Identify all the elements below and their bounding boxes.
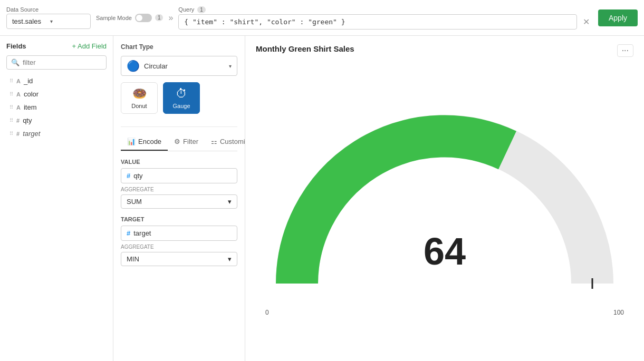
chart-title: Monthly Green Shirt Sales [256, 44, 354, 53]
field-name: item [24, 103, 37, 111]
chart-type-name: Circular [144, 62, 225, 70]
encode-tab-icon: 📊 [127, 138, 136, 145]
sample-mode-toggle[interactable] [135, 14, 152, 22]
target-encode-label: Target [121, 216, 237, 222]
chevron-down-icon: ▾ [50, 18, 85, 24]
search-icon: 🔍 [11, 58, 20, 66]
datasource-select[interactable]: test.sales ▾ [6, 14, 91, 29]
target-field-name: target [133, 229, 232, 237]
query-input[interactable] [178, 14, 577, 30]
add-field-button[interactable]: + Add Field [72, 42, 107, 50]
encode-tab-label: Encode [138, 138, 161, 145]
fields-title: Fields [6, 42, 26, 50]
gauge-label: Gauge [172, 103, 190, 109]
value-aggregate-chevron-icon: ▾ [228, 198, 232, 206]
field-item: ⠿#target [6, 128, 107, 140]
query-label: Query [178, 6, 194, 13]
drag-handle-icon: ⠿ [9, 91, 13, 97]
gauge-value: 64 [424, 230, 466, 273]
gauge-scale-start: 0 [265, 309, 269, 316]
target-aggregate-select[interactable]: MIN ▾ [121, 252, 237, 266]
top-bar: Data Source test.sales ▾ Sample Mode 1 »… [0, 0, 644, 36]
value-field-box: # qty [121, 168, 237, 183]
chart-type-chevron-icon: ▾ [229, 63, 232, 69]
gauge-scale: 0 100 [265, 309, 624, 316]
value-aggregate-value: SUM [127, 198, 225, 206]
subtype-gauge[interactable]: ⏱ Gauge [163, 82, 200, 114]
donut-icon: 🍩 [132, 87, 147, 101]
field-type-icon: # [16, 118, 20, 124]
filter-tab-icon: ⚙ [174, 138, 180, 145]
datasource-value: test.sales [12, 17, 47, 25]
field-type-icon: # [16, 131, 20, 137]
config-panel: Chart Type 🔵 Circular ▾ 🍩 Donut ⏱ Gauge … [113, 36, 245, 361]
drag-handle-icon: ⠿ [9, 104, 13, 110]
drag-handle-icon: ⠿ [9, 118, 13, 123]
chart-header: Monthly Green Shirt Sales ··· [256, 44, 633, 57]
value-encode-label: Value [121, 159, 237, 165]
field-name: target [23, 130, 40, 138]
field-type-icon: A [16, 91, 21, 97]
field-item: ⠿Acolor [6, 88, 107, 100]
drag-handle-icon: ⠿ [9, 131, 13, 136]
tabs: 📊 Encode ⚙ Filter ⚏ Customize [121, 133, 237, 151]
gauge-container: 64 0 100 [256, 67, 633, 353]
field-search-wrap: 🔍 [6, 55, 107, 70]
query-input-row: ✕ [178, 14, 593, 30]
field-type-icon: A [16, 104, 21, 111]
chart-area: Monthly Green Shirt Sales ··· [245, 36, 644, 361]
tab-filter[interactable]: ⚙ Filter [168, 133, 205, 151]
circular-chart-icon: 🔵 [127, 60, 140, 72]
value-field-hash-icon: # [127, 172, 130, 180]
chart-subtypes: 🍩 Donut ⏱ Gauge [121, 82, 237, 114]
clear-query-button[interactable]: ✕ [580, 15, 593, 28]
target-aggregate-label: AGGREGATE [121, 244, 237, 250]
field-type-icon: A [16, 78, 21, 84]
value-aggregate-label: AGGREGATE [121, 187, 237, 192]
query-badge: 1 [197, 6, 206, 13]
apply-button[interactable]: Apply [598, 9, 638, 26]
target-field-hash-icon: # [127, 229, 130, 237]
fields-header: Fields + Add Field [6, 42, 107, 50]
target-encode-section: Target # target AGGREGATE MIN ▾ [121, 216, 237, 266]
datasource-label: Data Source [6, 6, 91, 13]
main-layout: Fields + Add Field 🔍 ⠿A_id⠿Acolor⠿Aitem⠿… [0, 36, 644, 361]
fields-panel: Fields + Add Field 🔍 ⠿A_id⠿Acolor⠿Aitem⠿… [0, 36, 113, 361]
field-name: color [24, 90, 39, 98]
sample-mode-badge: 1 [155, 14, 164, 21]
gauge-scale-end: 100 [613, 309, 624, 316]
drag-handle-icon: ⠿ [9, 78, 13, 84]
sample-mode-label: Sample Mode [96, 15, 132, 21]
donut-label: Donut [131, 103, 147, 109]
filter-tab-label: Filter [183, 138, 198, 145]
toggle-knob [136, 15, 142, 21]
gauge-svg-wrap: 64 [265, 104, 624, 305]
more-options-button[interactable]: ··· [617, 44, 633, 57]
subtype-donut[interactable]: 🍩 Donut [121, 82, 158, 114]
field-name: _id [24, 77, 33, 85]
arrow-separator-icon: » [168, 13, 173, 23]
chart-type-label: Chart Type [121, 43, 237, 51]
tab-encode[interactable]: 📊 Encode [121, 133, 168, 151]
value-field-name: qty [133, 172, 232, 180]
value-aggregate-select[interactable]: SUM ▾ [121, 194, 237, 209]
gauge-icon: ⏱ [176, 87, 187, 101]
datasource-section: Data Source test.sales ▾ [6, 6, 91, 29]
sample-mode-section: Sample Mode 1 [96, 14, 163, 22]
target-aggregate-value: MIN [127, 255, 225, 263]
chart-type-select[interactable]: 🔵 Circular ▾ [121, 56, 237, 76]
customize-tab-icon: ⚏ [211, 138, 217, 145]
field-search-input[interactable] [23, 58, 102, 66]
divider [121, 126, 237, 127]
query-section: Query 1 ✕ [178, 6, 593, 30]
field-list: ⠿A_id⠿Acolor⠿Aitem⠿#qty⠿#target [6, 75, 107, 140]
field-name: qty [23, 116, 32, 124]
value-encode-section: Value # qty AGGREGATE SUM ▾ [121, 159, 237, 209]
target-aggregate-chevron-icon: ▾ [228, 255, 232, 263]
target-field-box: # target [121, 226, 237, 241]
field-item: ⠿#qty [6, 114, 107, 126]
field-item: ⠿A_id [6, 75, 107, 87]
field-item: ⠿Aitem [6, 101, 107, 113]
